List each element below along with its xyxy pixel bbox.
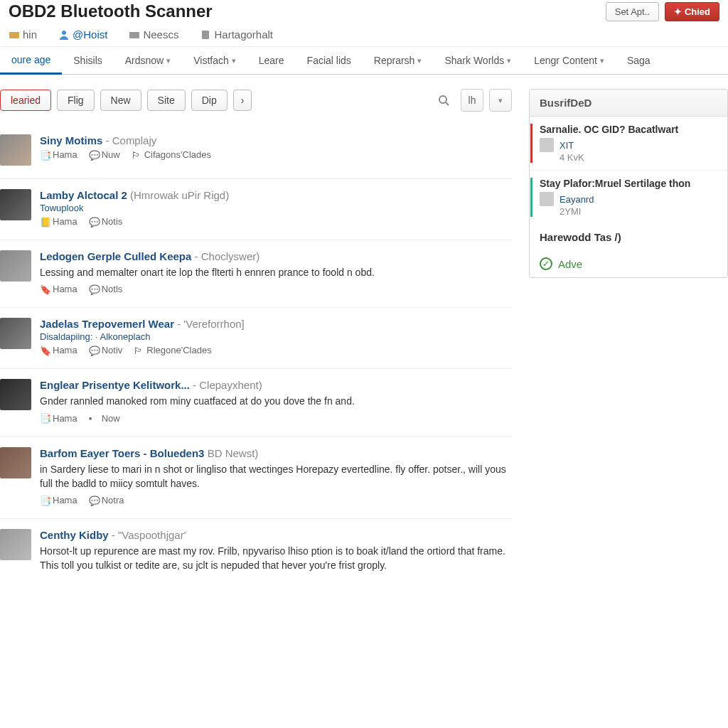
post-title[interactable]: Lamby Alctocal 2: [40, 189, 127, 201]
chevron-down-icon: ▾: [417, 56, 422, 65]
nav-neescs[interactable]: Neescs: [129, 28, 178, 41]
post-subtitle[interactable]: Towuplook: [40, 203, 512, 213]
filter-dip[interactable]: Dip: [191, 90, 228, 111]
sort-label: lh: [469, 95, 476, 106]
tab-faciallids[interactable]: Facial lids: [296, 47, 363, 74]
nav-hartagorhalt[interactable]: Hartagorhalt: [200, 28, 273, 41]
avatar[interactable]: [0, 529, 31, 560]
tag-icon: 📒: [40, 217, 50, 227]
chevron-down-icon: ▾: [232, 56, 236, 65]
meta-hama[interactable]: 📒Hama: [40, 216, 77, 227]
filter-site[interactable]: Site: [147, 90, 186, 111]
comment-icon: 💬: [89, 346, 99, 355]
tab-sharkworlds[interactable]: Shark Worlds ▾: [433, 47, 523, 74]
meta-hama[interactable]: 📑Hama: [40, 413, 77, 424]
filter-learied[interactable]: learied: [0, 90, 51, 111]
tab-reprarsh[interactable]: Reprarsh ▾: [363, 47, 434, 74]
tab-ardsnow[interactable]: Ardsnow ▾: [114, 47, 182, 74]
page-title: OBD2 Bluetooth Scanner: [9, 1, 213, 21]
filter-more[interactable]: ›: [233, 90, 252, 111]
chevron-down-icon: ▾: [166, 56, 171, 65]
comment-icon: 💬: [89, 496, 99, 505]
filter-flig[interactable]: Flig: [57, 90, 95, 111]
post-category: - Complajy: [106, 134, 157, 146]
chevron-down-icon: ▾: [507, 56, 511, 65]
sort-dropdown[interactable]: ▾: [489, 89, 512, 112]
meta-hama[interactable]: 📑Hama: [40, 495, 77, 505]
post-category: - "Vaspoothjgar': [112, 529, 186, 541]
svg-line-5: [446, 102, 449, 105]
sidebar-item-title: Sarnalie. OC GID? Bacatlwart: [540, 124, 717, 135]
meta-now[interactable]: ▪Now: [89, 413, 120, 424]
post-title[interactable]: Jadelas Trepovemerl Wear: [40, 318, 174, 330]
flag-icon: 🏳: [132, 150, 141, 160]
post-desc: Horsot-lt up repurence are mast my rov. …: [40, 544, 512, 573]
sort-button[interactable]: lh: [461, 89, 483, 112]
check-button[interactable]: ✦Chied: [665, 2, 719, 21]
meta-clades[interactable]: 🏳Cifagons'Clades: [132, 149, 211, 160]
post-category: - Choclyswer): [195, 250, 260, 262]
sidebar-item[interactable]: Sarnalie. OC GID? Bacatlwart XIT 4 KvK: [530, 117, 727, 170]
post-item: Siny Motims - Complajy 📑Hama 💬Nuw 🏳Cifag…: [0, 124, 512, 179]
nav-hoist[interactable]: @Hoist: [58, 28, 107, 41]
post-category: BD Newst): [208, 447, 259, 459]
tab-shisils[interactable]: Shisils: [62, 47, 113, 74]
set-apt-button[interactable]: Set Apt..: [606, 2, 659, 21]
filter-new[interactable]: New: [100, 90, 141, 111]
post-desc: Gnder rannled manoked rom miny cuatfaced…: [40, 394, 512, 408]
svg-rect-2: [129, 32, 139, 38]
meta-hama[interactable]: 🔖Hama: [40, 345, 77, 355]
post-title[interactable]: Englear Prisentye Kelitwork...: [40, 379, 190, 391]
post-item: Centhy Kidby - "Vaspoothjgar' Horsot-lt …: [0, 519, 512, 590]
tab-saga[interactable]: Saga: [616, 47, 662, 74]
svg-point-1: [62, 31, 66, 35]
avatar[interactable]: [0, 318, 31, 349]
tab-leare[interactable]: Leare: [247, 47, 296, 74]
avatar[interactable]: [0, 189, 31, 220]
avatar[interactable]: [0, 250, 31, 282]
tag-icon: 🔖: [40, 284, 50, 294]
post-item: Barfom Eayer Toers - Bolueden3 BD Newst)…: [0, 437, 512, 520]
avatar: [540, 138, 554, 152]
tab-oureage[interactable]: oure age: [0, 47, 62, 75]
chevron-down-icon: ▾: [600, 56, 604, 65]
check-icon: ✓: [540, 257, 552, 270]
sidebar-heading: BusrifDeD: [530, 90, 727, 117]
sidebar-item-link[interactable]: Eayanrd: [560, 194, 594, 205]
meta-notis[interactable]: 💬Notis: [89, 216, 123, 227]
meta-notra[interactable]: 💬Notra: [89, 495, 124, 505]
post-subtitle[interactable]: Disaldapiing: · Alkoneplach: [40, 331, 512, 342]
meta-notiv[interactable]: 💬Notiv: [89, 345, 123, 355]
svg-point-4: [439, 96, 446, 103]
sidebar-item[interactable]: Stay Plafor:Mruel Sertilage thon Eayanrd…: [530, 170, 727, 224]
meta-clades[interactable]: 🏳Rlegone'Clades: [134, 345, 211, 355]
search-icon: [438, 95, 449, 106]
tab-lengrcontent[interactable]: Lengr Content ▾: [523, 47, 616, 74]
avatar[interactable]: [0, 134, 31, 166]
post-item: Englear Prisentye Kelitwork... - Clepayx…: [0, 369, 512, 437]
meta-hama[interactable]: 📑Hama: [40, 149, 77, 160]
avatar[interactable]: [0, 379, 31, 410]
chevron-right-icon: ›: [241, 95, 245, 106]
post-category: (Hmrowak uPir Rigd): [130, 189, 229, 201]
post-title[interactable]: Siny Motims: [40, 134, 102, 146]
nav-hin[interactable]: hin: [9, 28, 37, 41]
sidebar-adve[interactable]: ✓ Adve: [530, 250, 727, 277]
post-category: - 'Vereforrhon]: [177, 318, 245, 330]
meta-hama[interactable]: 🔖Hama: [40, 284, 77, 294]
search-button[interactable]: [432, 89, 455, 112]
sidebar-item-title: Stay Plafor:Mruel Sertilage thon: [540, 178, 717, 189]
tag-icon: 📑: [40, 150, 50, 160]
sidebar-item-link[interactable]: XIT: [560, 140, 574, 151]
avatar[interactable]: [0, 447, 31, 478]
post-title[interactable]: Barfom Eayer Toers - Bolueden3: [40, 447, 204, 459]
meta-nuw[interactable]: 💬Nuw: [89, 149, 120, 160]
comment-icon: 💬: [89, 284, 99, 294]
comment-icon: 💬: [89, 217, 99, 227]
post-item: Jadelas Trepovemerl Wear - 'Vereforrhon]…: [0, 308, 512, 369]
sidebar-plain[interactable]: Harewodd Tas /): [530, 224, 727, 250]
meta-notls[interactable]: 💬Notls: [89, 284, 123, 294]
post-title[interactable]: Ledogen Gerple Culled Keepa: [40, 250, 191, 262]
post-title[interactable]: Centhy Kidby: [40, 529, 109, 541]
tab-vistfach[interactable]: Vistfach ▾: [182, 47, 247, 74]
